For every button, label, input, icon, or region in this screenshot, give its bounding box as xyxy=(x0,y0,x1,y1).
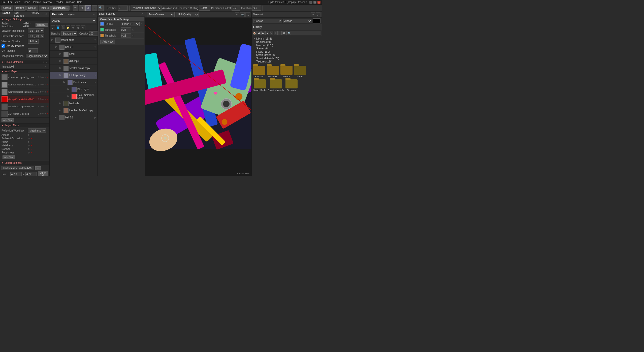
vis-dirt-copy[interactable]: 👁 xyxy=(59,60,63,62)
map-normalobj-remove[interactable]: × xyxy=(47,91,48,93)
css-add-new[interactable]: Add New xyxy=(100,40,115,44)
css-threshold1-color[interactable] xyxy=(100,28,104,31)
map-normal[interactable]: Normal: lupita05_normal.psd ⚙ ↻ ✏ × × xyxy=(1,81,49,88)
map-normalobj-edit[interactable]: ✏ xyxy=(42,91,44,93)
workspace-texture[interactable]: Texture xyxy=(14,6,26,11)
workspace-1[interactable]: Workspace 1 xyxy=(51,6,70,11)
map-normal-edit[interactable]: ✏ xyxy=(42,83,44,86)
scene-add-btn[interactable]: + xyxy=(42,13,44,16)
vp-right-expand[interactable]: ⛶ xyxy=(316,12,320,17)
map-normalobj-settings[interactable]: ⚙ xyxy=(38,91,40,93)
tab-materials[interactable]: Materials xyxy=(51,12,64,16)
map-groupid-remove[interactable]: × xyxy=(47,98,48,101)
menu-scene[interactable]: Scene xyxy=(23,1,30,4)
viewport-shading-select[interactable]: Viewport Shadowing xyxy=(131,6,162,11)
map-groupid[interactable]: Group ID: lupita05beltb03_vertexcolor.ps… xyxy=(1,96,49,103)
workspace-texture2[interactable]: Texture xyxy=(39,6,51,11)
css-threshold1-close[interactable]: × xyxy=(132,28,134,31)
map-materialid[interactable]: Material ID: lupita950_vertexcolor.psd ⚙… xyxy=(1,103,49,110)
vis-paint[interactable]: 👁 xyxy=(63,81,67,84)
map-curvature-settings[interactable]: ⚙ xyxy=(38,76,40,79)
vis-steel[interactable]: 👁 xyxy=(59,53,63,55)
linked-mat-close[interactable]: × xyxy=(46,61,48,63)
add-paint-layer[interactable]: 🖌 xyxy=(51,25,55,30)
map-groupid-edit[interactable]: ✏ xyxy=(42,98,44,101)
map-curvature[interactable]: Curvature: lupita05_curve.psd ⚙ ↻ ✏ × × xyxy=(1,74,49,81)
menu-material[interactable]: Material xyxy=(43,1,52,4)
layer-belt02[interactable]: 👁 belt 02 ▶ xyxy=(50,114,97,121)
maximize-button[interactable]: □ xyxy=(313,1,316,4)
map-curvature-del[interactable]: × xyxy=(44,76,46,79)
vp-res-select[interactable]: 1:1 (Full) xyxy=(28,28,44,33)
map-normal-settings[interactable]: ⚙ xyxy=(38,83,40,86)
linked-materials-section[interactable]: ▼ Linked Materials + × xyxy=(0,60,49,64)
linked-mat-add[interactable]: + xyxy=(42,61,45,63)
metalness-del[interactable]: × xyxy=(31,144,32,147)
layer-dirt-copy[interactable]: 👁 dirt copy xyxy=(50,58,97,65)
export-path-browse[interactable]: ... xyxy=(35,166,41,170)
css-threshold2-color[interactable] xyxy=(100,34,104,37)
resize-button[interactable]: Resize... xyxy=(36,23,48,27)
ls-expand[interactable]: ⇗ xyxy=(141,13,144,15)
css-source-close[interactable]: × xyxy=(141,22,142,26)
roughness-settings[interactable]: ⚙ xyxy=(28,151,30,154)
lib-scenes[interactable]: Scenes (8) xyxy=(253,47,321,50)
map-ao-reload[interactable]: ↻ xyxy=(40,113,42,115)
brush-tool[interactable]: ✏ xyxy=(73,5,78,11)
use-uv-padding-checkbox[interactable] xyxy=(2,44,5,48)
lib-grid-smart-masks[interactable]: Smart Masks xyxy=(253,79,267,91)
albedo-del[interactable]: × xyxy=(31,134,32,136)
layer-color-sel[interactable]: 👁 Color Selection Laye xyxy=(50,93,97,100)
css-threshold1-input[interactable] xyxy=(121,27,131,32)
add-folder[interactable]: 📁 xyxy=(66,25,70,30)
albedo-view-select[interactable]: Albedo xyxy=(283,19,312,23)
layer-sword-belts[interactable]: 👁 sword belts ▼ xyxy=(50,37,97,44)
map-normalobj[interactable]: Normal Object: lupita05_normalobj.psd ⚙ … xyxy=(1,88,49,96)
vp-fullscreen-icon[interactable]: ⛶ xyxy=(245,12,250,17)
lib-grid-smart-materials[interactable]: Smart Materials xyxy=(268,79,284,91)
layer-fill-copy[interactable]: 👁 Fill Layer copy ▼ xyxy=(50,72,97,79)
lib-search-input[interactable] xyxy=(286,31,321,35)
lib-materials[interactable]: Materials (873) xyxy=(253,44,321,47)
menu-window[interactable]: Window xyxy=(66,1,75,4)
delete-layer[interactable]: 🗑 xyxy=(76,25,80,30)
map-groupid-reload[interactable]: ↻ xyxy=(40,98,42,101)
uv-padding-input[interactable] xyxy=(28,48,38,53)
prev-res-select[interactable]: 1:1 (Full) xyxy=(28,34,44,38)
add-mask[interactable]: ⬛ xyxy=(61,25,65,30)
vp-quality-select[interactable]: Full xyxy=(28,39,39,44)
map-materialid-remove[interactable]: × xyxy=(47,105,48,108)
menu-texture[interactable]: Texture xyxy=(33,1,41,4)
workspace-classic[interactable]: Classic xyxy=(2,6,13,11)
layer-belt01[interactable]: 👁 belt 01 ▼ xyxy=(50,44,97,51)
backface-falloff-input[interactable] xyxy=(232,6,240,11)
layer-scratch-small-copy[interactable]: 👁 scratch small copy xyxy=(50,65,97,72)
lib-refresh[interactable]: ↻ xyxy=(270,31,273,35)
lib-root[interactable]: ▼ Library (1333) xyxy=(253,37,321,40)
layer-settings-btn[interactable]: ⚙ xyxy=(81,25,85,30)
menu-file[interactable]: File xyxy=(2,1,6,4)
layer-backside[interactable]: 👁 backside xyxy=(50,100,97,107)
vis-blur[interactable]: 👁 xyxy=(67,88,71,91)
duplicate-layer[interactable]: ⧉ xyxy=(71,25,75,30)
lib-smart-materials[interactable]: Smart Materials (79) xyxy=(253,57,321,60)
map-materialid-edit[interactable]: ✏ xyxy=(42,105,44,108)
map-materialid-reload[interactable]: ↻ xyxy=(40,105,42,108)
layer-steel[interactable]: 👁 Steel xyxy=(50,51,97,58)
lib-export[interactable]: ↑ xyxy=(278,31,282,35)
lib-grid-skies[interactable]: Skies xyxy=(294,66,306,78)
lib-back[interactable]: ◀ xyxy=(257,31,261,35)
vp-right-settings[interactable]: ⚙ xyxy=(311,12,315,17)
map-ao-settings[interactable]: ⚙ xyxy=(38,113,40,115)
workspace-default[interactable]: Default xyxy=(26,6,38,11)
layer-paint[interactable]: 👁 Paint Layer ▼ xyxy=(50,79,97,86)
bump-settings[interactable]: ⚙ xyxy=(28,141,30,143)
vis-fill-copy[interactable]: 👁 xyxy=(59,74,63,77)
map-groupid-del[interactable]: × xyxy=(44,98,46,101)
material-select[interactable]: Albedo xyxy=(51,18,96,23)
size-h-input[interactable] xyxy=(25,172,37,176)
blending-select[interactable]: Standard xyxy=(61,31,77,36)
backface-culling-input[interactable] xyxy=(199,6,210,11)
vp-screenshot-icon[interactable]: 📷 xyxy=(240,12,245,17)
lib-up[interactable]: ▲ xyxy=(265,31,269,35)
